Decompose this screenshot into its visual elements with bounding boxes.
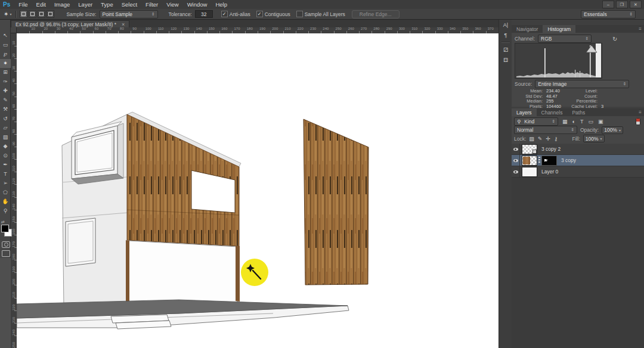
layer-row[interactable]: 3 copy 2 — [512, 144, 644, 155]
lock-all-icon[interactable]: ⚷ — [554, 136, 558, 142]
zoom-tool[interactable]: ⚲ — [0, 207, 11, 216]
panel-menu-icon[interactable]: ≡ — [639, 108, 644, 116]
minimize-button[interactable]: – — [602, 1, 614, 8]
layer-filter-toggle[interactable] — [636, 118, 640, 125]
canvas[interactable] — [17, 33, 499, 348]
type-tool[interactable]: T — [0, 170, 11, 179]
tab-histogram[interactable]: Histogram — [543, 25, 575, 33]
options-bar: ✶ ▾ Sample Size: Point Sample ⇕ Toleranc… — [0, 9, 644, 20]
channel-select[interactable]: RGB ⇕ — [538, 35, 592, 43]
lasso-tool[interactable]: ℘ — [0, 49, 11, 59]
menu-filter[interactable]: Filter — [141, 1, 162, 8]
layer-mask-thumbnail[interactable] — [541, 156, 557, 166]
menu-layer[interactable]: Layer — [74, 1, 97, 8]
tab-navigator[interactable]: Navigator — [512, 25, 543, 33]
layer-thumbnail[interactable] — [522, 167, 537, 177]
subtract-from-selection-mode-button[interactable] — [38, 10, 45, 18]
blend-mode-select[interactable]: Normal ⇕ — [514, 126, 577, 134]
healing-brush-tool[interactable]: ✚ — [0, 86, 11, 96]
mask-link-icon — [538, 157, 540, 164]
layer-name[interactable]: 3 copy — [561, 157, 576, 163]
lock-position-icon[interactable]: ✛ — [546, 136, 550, 142]
menu-view[interactable]: View — [162, 1, 182, 8]
selection-mode-buttons — [20, 10, 54, 18]
character-panel-icon[interactable]: A| — [499, 20, 512, 30]
visibility-cell[interactable] — [512, 166, 520, 177]
clone-stamp-tool[interactable]: ⚒ — [0, 105, 11, 114]
foreground-color-swatch[interactable] — [1, 225, 9, 232]
styles-panel-icon[interactable]: ⚃ — [499, 55, 512, 65]
panel-menu-icon[interactable]: ≡ — [639, 25, 644, 33]
magic-wand-tool[interactable]: ✶ — [0, 59, 11, 69]
layer-row[interactable]: 3 copy — [512, 155, 644, 166]
eye-icon — [513, 159, 518, 162]
opacity-input[interactable]: 100% ▾ — [602, 126, 623, 134]
tool-preset-picker[interactable]: ✶ ▾ — [2, 11, 13, 17]
menu-type[interactable]: Type — [97, 1, 117, 8]
swap-colors-icon[interactable]: ⇄ — [1, 220, 5, 225]
refine-edge-button[interactable]: Refine Edge... — [352, 10, 400, 18]
marquee-tool[interactable]: ▭ — [0, 41, 11, 50]
menu-help[interactable]: Help — [211, 1, 231, 8]
screen-mode-icon[interactable] — [2, 250, 10, 257]
layer-name[interactable]: Layer 0 — [541, 169, 558, 175]
menu-file[interactable]: File — [14, 1, 32, 8]
path-selection-tool[interactable]: ➢ — [0, 179, 11, 188]
checkbox-sample-all-layers[interactable]: Sample All Layers — [296, 11, 345, 17]
tab-channels[interactable]: Channels — [537, 108, 568, 116]
sample-size-select[interactable]: Point Sample ⇕ — [100, 10, 158, 18]
brush-tool[interactable]: ✎ — [0, 96, 11, 105]
restore-button[interactable]: ❐ — [616, 1, 628, 8]
updown-arrows-icon: ⇕ — [151, 12, 155, 17]
source-select[interactable]: Entire Image ⇕ — [535, 80, 629, 88]
intersect-selection-mode-button[interactable] — [47, 10, 54, 18]
layer-thumbnail[interactable] — [522, 156, 537, 166]
menu-window[interactable]: Window — [183, 1, 212, 8]
history-brush-tool[interactable]: ↺ — [0, 114, 11, 124]
filter-type-layers-icon[interactable]: T — [580, 119, 584, 125]
paragraph-panel-icon[interactable]: ¶ — [499, 30, 512, 40]
dodge-tool[interactable]: ⊙ — [0, 151, 11, 161]
menu-select[interactable]: Select — [117, 1, 141, 8]
gradient-tool[interactable]: ▨ — [0, 133, 11, 142]
eyedropper-tool[interactable]: ✑ — [0, 77, 11, 87]
fill-input[interactable]: 100% ▾ — [583, 135, 605, 142]
eraser-tool[interactable]: ▱ — [0, 123, 11, 133]
crop-tool[interactable]: ⊞ — [0, 68, 11, 77]
refresh-icon[interactable]: ↻ — [612, 36, 617, 42]
source-label: Source: — [515, 81, 532, 87]
close-tab-icon[interactable]: × — [122, 21, 125, 27]
layer-name[interactable]: 3 copy 2 — [541, 146, 561, 152]
pen-tool[interactable]: ✒ — [0, 160, 11, 170]
menu-image[interactable]: Image — [50, 1, 74, 8]
lock-pixels-icon[interactable]: ✎ — [538, 136, 543, 142]
workspace-select[interactable]: Essentials ⇕ — [581, 10, 636, 18]
tab-paths[interactable]: Paths — [567, 108, 590, 116]
quick-mask-icon[interactable] — [2, 241, 10, 248]
lock-transparency-icon[interactable]: ▨ — [529, 136, 534, 142]
menu-edit[interactable]: Edit — [32, 1, 50, 8]
navigator-histogram-tabbar: NavigatorHistogram≡ — [512, 25, 644, 33]
swatches-panel-icon[interactable]: ⚂ — [499, 45, 512, 55]
add-to-selection-mode-button[interactable] — [29, 10, 36, 18]
stat-row: Median:255Percentile: — [512, 98, 644, 103]
shape-tool[interactable]: ⬠ — [0, 188, 11, 198]
checkbox-anti-alias[interactable]: ✓Anti-alias — [221, 11, 250, 17]
blur-tool[interactable]: ◆ — [0, 142, 11, 151]
layer-row[interactable]: Layer 0 — [512, 166, 644, 178]
filter-pixel-layers-icon[interactable]: ▦ — [562, 119, 568, 125]
layer-filter-select[interactable]: ⚲ Kind ⇕ — [514, 117, 558, 126]
checkbox-contiguous[interactable]: ✓Contiguous — [256, 11, 290, 17]
hand-tool[interactable]: ✋ — [0, 197, 11, 207]
move-tool[interactable]: ↖ — [0, 31, 11, 41]
visibility-cell[interactable] — [512, 155, 520, 166]
filter-shape-layers-icon[interactable]: ▭ — [588, 119, 593, 125]
tab-layers[interactable]: Layers — [512, 108, 537, 116]
filter-adjustment-layers-icon[interactable]: ◐ — [572, 119, 575, 125]
filter-smart-objects-icon[interactable]: ▣ — [598, 119, 603, 125]
new-selection-mode-button[interactable] — [20, 10, 27, 18]
visibility-cell[interactable] — [512, 144, 520, 154]
tolerance-input[interactable]: 32 — [195, 10, 213, 18]
layer-thumbnail[interactable] — [522, 144, 537, 154]
close-button[interactable]: ✕ — [630, 1, 642, 8]
